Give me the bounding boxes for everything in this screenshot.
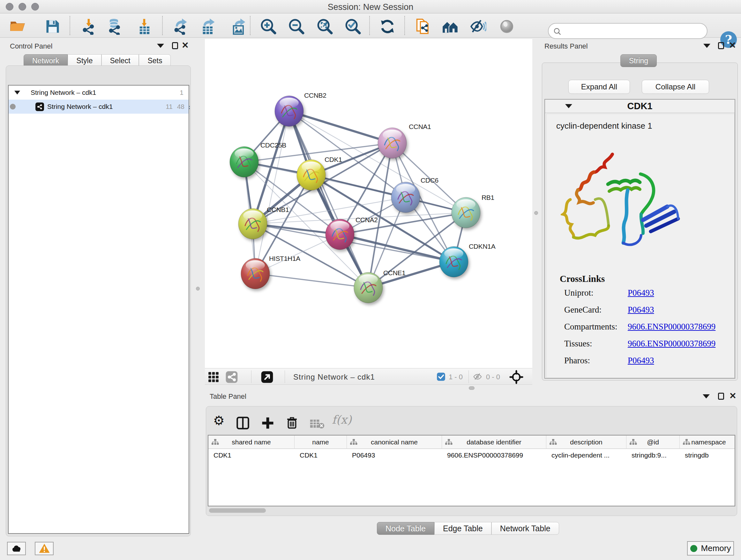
export-image-button[interactable] — [230, 17, 248, 36]
column-header-canonical-name[interactable]: canonical name — [347, 435, 442, 449]
edge-CCNB2-CCNE1[interactable] — [289, 111, 368, 288]
node-CDC6[interactable] — [391, 182, 420, 212]
delete-column-button[interactable] — [286, 416, 298, 430]
show-grid-button[interactable] — [206, 370, 220, 384]
selected-checkbox-icon[interactable] — [436, 372, 446, 382]
crosslink-value-Pharos[interactable]: P06493 — [628, 356, 654, 366]
zoom-fit-button[interactable] — [316, 17, 334, 36]
warnings-button[interactable] — [35, 542, 54, 555]
edge-HIST1H1A-CCNE1[interactable] — [255, 273, 368, 288]
refresh-view-button[interactable] — [378, 17, 397, 36]
table-cell[interactable]: stringdb — [680, 449, 735, 462]
hidden-eye-icon[interactable] — [473, 372, 482, 383]
tab-network[interactable]: Network — [23, 54, 68, 67]
tab-style[interactable]: Style — [68, 54, 101, 67]
close-panel-icon[interactable]: ✕ — [729, 392, 737, 399]
expand-all-button[interactable]: Expand All — [568, 80, 630, 94]
crosslink-value-GeneCard[interactable]: P06493 — [628, 305, 654, 315]
search-input[interactable] — [565, 25, 702, 37]
tab-node-table[interactable]: Node Table — [377, 522, 434, 535]
horizontal-splitter-handle[interactable] — [469, 386, 475, 390]
zoom-out-button[interactable] — [287, 17, 306, 36]
node-CDK1[interactable] — [297, 160, 326, 190]
column-header-description[interactable]: description — [546, 435, 626, 449]
column-header-shared-name[interactable]: shared name — [208, 435, 294, 449]
node-HIST1H1A[interactable] — [241, 258, 270, 289]
column-header-@id[interactable]: @id — [626, 435, 680, 449]
node-CCNB1[interactable] — [239, 208, 267, 239]
gene-card-header[interactable]: CDK1 — [545, 100, 735, 113]
table-row[interactable]: CDK1CDK1P064939606.ENSP00000378699cyclin… — [208, 449, 735, 462]
import-network-database-button[interactable] — [105, 17, 124, 36]
memory-button[interactable]: Memory — [687, 541, 734, 556]
open-in-window-button[interactable] — [260, 370, 274, 384]
table-options-button[interactable]: ⚙ — [213, 415, 225, 426]
column-header-database-identifier[interactable]: database identifier — [442, 435, 546, 449]
node-CDC25B[interactable] — [230, 146, 259, 177]
delete-table-button[interactable] — [310, 418, 325, 431]
crosslink-value-Compartments[interactable]: 9606.ENSP00000378699 — [628, 322, 716, 332]
panel-menu-icon[interactable] — [703, 44, 711, 48]
zoom-selected-icon — [345, 18, 361, 35]
node-CCNA2[interactable] — [326, 219, 354, 250]
node-CCNA1[interactable] — [378, 128, 407, 159]
function-builder-button[interactable]: f(x) — [332, 413, 352, 426]
node-CCNE1[interactable] — [354, 272, 383, 303]
export-network-button[interactable] — [172, 17, 190, 36]
tab-network-table[interactable]: Network Table — [491, 522, 559, 535]
import-table-file-button[interactable] — [135, 17, 154, 36]
table-cell[interactable]: 9606.ENSP00000378699 — [442, 449, 546, 462]
close-panel-icon[interactable]: ✕ — [729, 42, 736, 49]
node-table[interactable]: shared namenamecanonical namedatabase id… — [208, 435, 735, 506]
float-panel-icon[interactable] — [718, 393, 724, 400]
create-column-button[interactable] — [261, 416, 274, 431]
table-cell[interactable]: CDK1 — [294, 449, 347, 462]
table-horizontal-scrollbar[interactable] — [209, 508, 266, 513]
float-panel-icon[interactable] — [718, 42, 724, 49]
network-canvas[interactable]: CCNB2CCNA1CDC25BCDK1CDC6RB1CCNB1CCNA2CDK… — [205, 39, 532, 368]
tab-edge-table[interactable]: Edge Table — [434, 522, 491, 535]
panel-menu-icon[interactable] — [157, 44, 164, 48]
show-columns-button[interactable] — [236, 416, 250, 431]
table-cell[interactable]: cyclin-dependent ... — [546, 449, 626, 462]
crosslink-value-Tissues[interactable]: 9606.ENSP00000378699 — [628, 339, 716, 349]
node-RB1[interactable] — [452, 197, 480, 228]
table-cell[interactable]: stringdb:9... — [626, 449, 680, 462]
network-snapshot-button[interactable] — [414, 17, 432, 36]
show-graphics-details-button[interactable] — [498, 17, 516, 36]
collapse-all-button[interactable]: Collapse All — [642, 80, 709, 94]
tab-sets[interactable]: Sets — [139, 54, 171, 67]
collection-expand-icon[interactable] — [14, 91, 20, 95]
tab-string[interactable]: String — [620, 54, 657, 67]
edge-CCNB2-CCNA1[interactable] — [289, 111, 392, 143]
network-collection-row[interactable]: String Network – cdk1 1 — [9, 85, 189, 100]
float-panel-icon[interactable] — [172, 42, 178, 49]
export-image-icon — [231, 18, 247, 35]
panel-menu-icon[interactable] — [703, 394, 710, 398]
zoom-in-button[interactable] — [259, 17, 278, 36]
import-network-file-button[interactable] — [80, 17, 98, 36]
right-splitter-handle[interactable] — [534, 211, 538, 215]
column-header-name[interactable]: name — [294, 435, 347, 449]
node-CDKN1A[interactable] — [440, 246, 468, 277]
node-CCNB2[interactable] — [275, 96, 304, 126]
save-session-button[interactable] — [44, 17, 62, 36]
node-position-reset-button[interactable] — [509, 369, 524, 385]
birds-eye-view-button[interactable] — [225, 370, 239, 384]
show-all-views-button[interactable] — [441, 17, 460, 36]
close-panel-icon[interactable]: ✕ — [182, 42, 189, 49]
hide-graphics-details-button[interactable] — [469, 17, 487, 36]
zoom-selected-button[interactable] — [344, 17, 362, 36]
collection-label: String Network – cdk1 — [30, 89, 96, 97]
left-splitter-handle[interactable] — [196, 287, 200, 291]
export-table-button[interactable] — [199, 17, 218, 36]
crosslink-value-Uniprot[interactable]: P06493 — [628, 288, 654, 298]
open-session-button[interactable] — [8, 17, 27, 36]
eye-slash-icon — [470, 18, 486, 35]
table-cell[interactable]: CDK1 — [208, 449, 294, 462]
cloud-status-button[interactable] — [7, 542, 26, 555]
table-cell[interactable]: P06493 — [347, 449, 442, 462]
column-header-namespace[interactable]: namespace — [680, 435, 735, 449]
network-row-selected[interactable]: String Network – cdk1 11 48 — [9, 100, 189, 114]
tab-select[interactable]: Select — [102, 54, 139, 67]
